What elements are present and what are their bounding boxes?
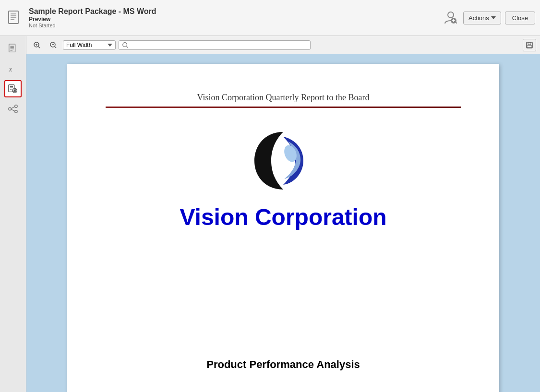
zoom-in-button[interactable] bbox=[30, 39, 44, 51]
actions-button[interactable]: Actions bbox=[463, 12, 501, 24]
svg-point-24 bbox=[15, 105, 17, 108]
svg-rect-0 bbox=[9, 11, 18, 24]
svg-point-25 bbox=[15, 110, 17, 113]
svg-rect-39 bbox=[527, 46, 532, 48]
company-name: Vision Corporation bbox=[180, 204, 386, 230]
header-bar: Sample Report Package - MS Word Preview … bbox=[0, 0, 540, 36]
svg-line-31 bbox=[38, 47, 40, 48]
variable-button[interactable]: x bbox=[4, 60, 22, 77]
close-button[interactable]: Close bbox=[505, 12, 535, 24]
svg-text:x: x bbox=[9, 65, 12, 73]
review-button[interactable] bbox=[4, 80, 22, 97]
document-report-title: Vision Corporation Quarterly Report to t… bbox=[197, 93, 370, 103]
user-icon bbox=[442, 9, 459, 26]
svg-line-26 bbox=[11, 107, 14, 108]
content-area: Full Width bbox=[26, 36, 540, 392]
svg-rect-37 bbox=[527, 42, 532, 48]
svg-rect-9 bbox=[9, 44, 15, 52]
page-title: Sample Report Package - MS Word bbox=[29, 7, 442, 16]
zoom-out-button[interactable] bbox=[47, 39, 60, 51]
title-divider bbox=[106, 107, 461, 108]
save-button[interactable] bbox=[523, 39, 536, 51]
document-section-title: Product Performance Analysis bbox=[206, 358, 360, 371]
svg-line-36 bbox=[127, 46, 128, 48]
search-box[interactable] bbox=[119, 40, 311, 50]
svg-point-35 bbox=[123, 42, 127, 47]
svg-line-34 bbox=[55, 47, 56, 48]
header-subtitle: Preview bbox=[29, 16, 442, 23]
report-list-button[interactable] bbox=[4, 40, 22, 57]
left-sidebar: x bbox=[0, 36, 26, 392]
svg-point-5 bbox=[448, 12, 454, 18]
status-badge: Not Started bbox=[29, 23, 442, 28]
connect-button[interactable] bbox=[4, 100, 22, 118]
search-input[interactable] bbox=[131, 42, 307, 48]
company-logo bbox=[250, 127, 317, 194]
toolbar: Full Width bbox=[26, 36, 540, 54]
app-icon bbox=[5, 8, 24, 27]
main-container: x bbox=[0, 36, 540, 392]
document-page: Vision Corporation Quarterly Report to t… bbox=[67, 64, 499, 392]
svg-point-23 bbox=[9, 107, 12, 110]
zoom-dropdown[interactable]: Full Width bbox=[63, 40, 116, 50]
header-actions: Actions Close bbox=[442, 9, 535, 26]
header-title-block: Sample Report Package - MS Word Preview … bbox=[29, 7, 442, 28]
svg-line-27 bbox=[11, 109, 14, 111]
svg-line-22 bbox=[15, 91, 16, 92]
document-area: Vision Corporation Quarterly Report to t… bbox=[26, 54, 540, 392]
